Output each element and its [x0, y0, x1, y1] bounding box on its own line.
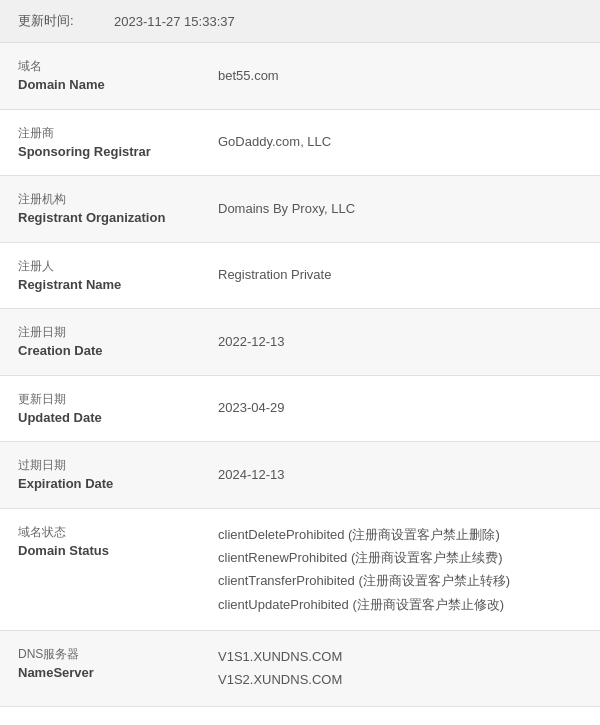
label-en: Registrant Name: [18, 275, 182, 295]
field-label: DNS服务器NameServer: [0, 631, 200, 706]
field-label: 注册人Registrant Name: [0, 243, 200, 309]
field-label: 更新日期Updated Date: [0, 376, 200, 442]
whois-container: 更新时间: 2023-11-27 15:33:37 域名Domain Nameb…: [0, 0, 600, 707]
field-label: 域名Domain Name: [0, 43, 200, 109]
field-label: 过期日期Expiration Date: [0, 442, 200, 508]
table-row: 注册人Registrant NameRegistration Private: [0, 243, 600, 310]
field-label: 注册日期Creation Date: [0, 309, 200, 375]
field-value: Registration Private: [200, 243, 600, 309]
field-value-text: V1S1.XUNDNS.COMV1S2.XUNDNS.COM: [218, 645, 342, 692]
label-en: Sponsoring Registrar: [18, 142, 182, 162]
label-zh: DNS服务器: [18, 645, 182, 663]
label-zh: 过期日期: [18, 456, 182, 474]
field-value: Domains By Proxy, LLC: [200, 176, 600, 242]
label-zh: 域名状态: [18, 523, 182, 541]
field-value: 2022-12-13: [200, 309, 600, 375]
update-value: 2023-11-27 15:33:37: [114, 14, 235, 29]
label-en: Updated Date: [18, 408, 182, 428]
whois-rows: 域名Domain Namebet55.com注册商Sponsoring Regi…: [0, 43, 600, 707]
label-zh: 注册机构: [18, 190, 182, 208]
field-value: clientDeleteProhibited (注册商设置客户禁止删除)clie…: [200, 509, 600, 631]
label-zh: 注册商: [18, 124, 182, 142]
label-en: NameServer: [18, 663, 182, 683]
label-en: Domain Name: [18, 75, 182, 95]
label-zh: 注册日期: [18, 323, 182, 341]
field-value: V1S1.XUNDNS.COMV1S2.XUNDNS.COM: [200, 631, 600, 706]
label-zh: 域名: [18, 57, 182, 75]
field-label: 域名状态Domain Status: [0, 509, 200, 631]
table-row: 域名状态Domain StatusclientDeleteProhibited …: [0, 509, 600, 632]
label-en: Domain Status: [18, 541, 182, 561]
field-value: 2024-12-13: [200, 442, 600, 508]
label-en: Registrant Organization: [18, 208, 182, 228]
field-label: 注册商Sponsoring Registrar: [0, 110, 200, 176]
field-value: GoDaddy.com, LLC: [200, 110, 600, 176]
field-value: bet55.com: [200, 43, 600, 109]
field-value-text: clientDeleteProhibited (注册商设置客户禁止删除)clie…: [218, 523, 510, 617]
field-label: 注册机构Registrant Organization: [0, 176, 200, 242]
table-row: 更新日期Updated Date2023-04-29: [0, 376, 600, 443]
table-row: 过期日期Expiration Date2024-12-13: [0, 442, 600, 509]
table-row: 域名Domain Namebet55.com: [0, 43, 600, 110]
table-row: 注册机构Registrant OrganizationDomains By Pr…: [0, 176, 600, 243]
update-row: 更新时间: 2023-11-27 15:33:37: [0, 0, 600, 43]
update-label: 更新时间:: [18, 12, 98, 30]
table-row: 注册日期Creation Date2022-12-13: [0, 309, 600, 376]
label-zh: 注册人: [18, 257, 182, 275]
label-zh: 更新日期: [18, 390, 182, 408]
label-en: Creation Date: [18, 341, 182, 361]
field-value: 2023-04-29: [200, 376, 600, 442]
table-row: DNS服务器NameServerV1S1.XUNDNS.COMV1S2.XUND…: [0, 631, 600, 707]
label-en: Expiration Date: [18, 474, 182, 494]
table-row: 注册商Sponsoring RegistrarGoDaddy.com, LLC: [0, 110, 600, 177]
